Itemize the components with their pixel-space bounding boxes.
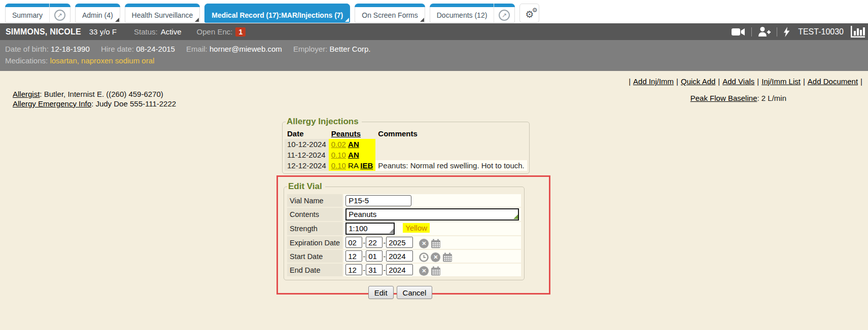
mar-injections-content: |Add Inj/Imm|Quick Add|Add Vials|Inj/Imm…	[0, 71, 868, 330]
form-buttons: Edit Cancel	[284, 286, 517, 299]
end-month-input[interactable]	[345, 264, 362, 275]
clear-date-icon[interactable]: ✕	[419, 239, 429, 248]
clear-date-icon[interactable]: ✕	[431, 252, 440, 262]
dropdown-caret-icon	[345, 18, 349, 22]
open-enc-badge[interactable]: 1	[235, 27, 246, 36]
tab-medical-record-active[interactable]: Medical Record (17):MAR/Injections (7)	[205, 4, 350, 22]
tab-medical-record-group: Medical Record (17):MAR/Injections (7)	[204, 4, 350, 23]
link-add-inj-imm[interactable]: Add Inj/Imm	[633, 77, 674, 86]
vial-name-input[interactable]	[345, 195, 411, 206]
patient-info-bar: Date of birth: 12-18-1990 Hire date: 08-…	[0, 40, 868, 71]
start-year-input[interactable]	[386, 250, 413, 262]
divider	[751, 27, 752, 36]
start-day-input[interactable]	[366, 250, 383, 262]
allergy-emergency-line: Allergy Emergency Info: Judy Doe 555-111…	[13, 99, 176, 108]
tab-documents-label: Documents (12)	[437, 11, 488, 19]
strength-textarea[interactable]: 1:100	[345, 223, 395, 235]
chart-tab-bar: Summary ↗ Admin (4) Health Surveillance …	[0, 0, 868, 23]
end-year-input[interactable]	[386, 264, 413, 275]
patient-bar-actions: TEST-10030	[732, 26, 865, 38]
edit-button[interactable]: Edit	[368, 286, 394, 299]
resize-grip-icon[interactable]	[513, 214, 518, 219]
allergy-injections-title: Allergy Injections	[286, 117, 362, 127]
dose-link[interactable]: 0.10	[331, 151, 346, 159]
injection-date: 10-12-2024	[285, 139, 329, 150]
tab-summary-popout-button[interactable]: ↗	[49, 4, 70, 22]
calendar-icon[interactable]	[431, 266, 441, 276]
settings-gear-button[interactable]: ⚙⚙	[520, 4, 539, 22]
tab-health-surveillance-group: Health Surveillance	[125, 4, 200, 23]
reaction-code-link[interactable]: AN	[348, 140, 359, 149]
clear-date-icon[interactable]: ✕	[419, 266, 429, 276]
start-date-row: Start Date -- ✕	[287, 250, 521, 263]
link-inj-imm-list[interactable]: Inj/Imm List	[761, 77, 801, 86]
expiration-date-row: Expiration Date -- ✕	[287, 236, 521, 249]
link-quick-add[interactable]: Quick Add	[681, 77, 715, 86]
reaction-code-link[interactable]: AN	[348, 151, 359, 159]
dose-link[interactable]: 0.02	[331, 140, 346, 149]
calendar-icon[interactable]	[431, 239, 441, 248]
dropdown-caret-icon	[115, 18, 119, 22]
vial-name-row: Vial Name	[287, 194, 521, 207]
tab-documents-popout-button[interactable]: ↗	[494, 4, 514, 22]
tab-admin[interactable]: Admin (4)	[76, 4, 120, 22]
dose-link[interactable]: 0.10	[331, 161, 346, 170]
tab-health-surveillance[interactable]: Health Surveillance	[125, 4, 200, 22]
start-date-label: Start Date	[287, 250, 342, 263]
end-day-input[interactable]	[366, 264, 383, 275]
dropdown-caret-icon	[195, 18, 199, 22]
allergist-link[interactable]: Allergist	[13, 90, 40, 98]
webchart-app: Summary ↗ Admin (4) Health Surveillance …	[0, 0, 868, 330]
popout-arrow-icon: ↗	[54, 10, 65, 21]
tab-on-screen-forms[interactable]: On Screen Forms	[355, 4, 424, 22]
peak-flow-link[interactable]: Peak Flow Baseline	[690, 94, 757, 102]
clock-icon[interactable]	[419, 252, 429, 262]
injection-date: 12-12-2024	[285, 160, 329, 171]
table-row: 10-12-2024 0.02 AN	[285, 139, 527, 150]
add-person-icon[interactable]	[758, 27, 771, 36]
calendar-icon[interactable]	[442, 252, 453, 262]
contents-label: Contents	[287, 208, 342, 221]
cancel-button[interactable]: Cancel	[397, 286, 433, 299]
video-camera-icon[interactable]	[732, 28, 745, 36]
allergy-emergency-link[interactable]: Allergy Emergency Info	[13, 99, 91, 108]
patient-header-bar: SIMMONS, NICOLE 33 y/o F Status: Active …	[0, 23, 868, 40]
tab-summary[interactable]: Summary	[6, 4, 49, 22]
divider	[777, 27, 777, 36]
lightning-bolt-icon[interactable]	[783, 27, 790, 37]
peanuts-column-link[interactable]: Peanuts	[331, 129, 361, 138]
tab-on-screen-forms-label: On Screen Forms	[362, 11, 418, 19]
col-comments: Comments	[375, 128, 527, 139]
tab-documents[interactable]: Documents (12)	[430, 4, 494, 22]
tab-medical-record-label: Medical Record (17):MAR/Injections (7)	[212, 11, 343, 19]
start-month-input[interactable]	[345, 250, 362, 262]
peak-flow-baseline: Peak Flow Baseline: 2 L/min	[690, 94, 786, 102]
email-value: horner@mieweb.com	[210, 45, 282, 53]
expiration-year-input[interactable]	[386, 237, 413, 248]
table-row: 12-12-2024 0.10 RA IEB Peanuts: Normal r…	[285, 160, 527, 171]
allergy-contact-info: Allergist: Butler, Internist E. ((260) 4…	[13, 89, 176, 108]
table-header-row: Date Peanuts Comments	[285, 128, 527, 139]
patient-age-sex: 33 y/o F	[89, 27, 117, 36]
patient-status: Status: Active	[134, 27, 182, 36]
expiration-day-input[interactable]	[366, 237, 383, 248]
hire-date-value: 08-24-2015	[136, 45, 175, 53]
end-date-row: End Date -- ✕	[287, 264, 521, 276]
action-links: |Add Inj/Imm|Quick Add|Add Vials|Inj/Imm…	[626, 77, 865, 86]
injection-comments	[375, 150, 527, 160]
reaction-code-link[interactable]: IEB	[360, 161, 373, 170]
resize-grip-icon[interactable]	[389, 229, 394, 233]
edit-vial-panel: Edit Vial Vial Name Contents Peanuts	[284, 181, 525, 280]
expiration-month-input[interactable]	[345, 237, 362, 248]
patient-name: SIMMONS, NICOLE	[6, 27, 81, 36]
col-peanuts: Peanuts	[329, 128, 376, 139]
settings-tab-group: ⚙⚙	[519, 4, 539, 23]
vial-name-label: Vial Name	[287, 194, 342, 207]
end-date-label: End Date	[287, 264, 342, 276]
link-add-document[interactable]: Add Document	[808, 77, 858, 86]
injection-dose-cell: 0.10 RA IEB	[329, 160, 376, 171]
contents-textarea[interactable]: Peanuts	[345, 208, 519, 221]
bar-chart-icon[interactable]	[851, 26, 865, 38]
patient-medications-row: Medications: losartan, naproxen sodium o…	[5, 55, 863, 66]
link-add-vials[interactable]: Add Vials	[722, 77, 754, 86]
